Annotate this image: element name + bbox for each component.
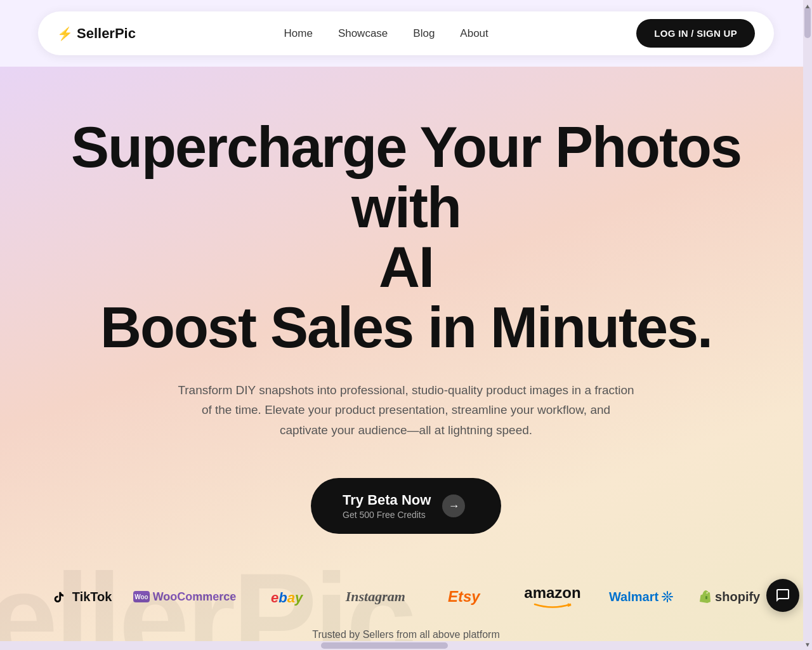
chat-button[interactable] xyxy=(766,579,799,612)
logo[interactable]: ⚡ SellerPic xyxy=(57,25,136,42)
logo-icon: ⚡ xyxy=(57,26,73,41)
logos-row: TikTok Woo WooCommerce ebay xyxy=(38,585,774,609)
tiktok-logo: TikTok xyxy=(38,590,127,604)
hero-title-line3: Boost Sales in Minutes. xyxy=(100,296,712,359)
nav-about[interactable]: About xyxy=(460,27,488,39)
hero-title-line2: AI xyxy=(379,235,433,299)
logo-text: SellerPic xyxy=(77,25,136,42)
svg-text:Woo: Woo xyxy=(134,594,148,600)
hero-title: Supercharge Your Photos with AI Boost Sa… xyxy=(57,117,755,357)
etsy-logo: Etsy xyxy=(420,588,509,606)
scroll-down-arrow[interactable]: ▼ xyxy=(803,640,812,649)
instagram-logo: Instagram xyxy=(331,588,420,605)
shopify-logo: shopify xyxy=(685,590,774,604)
svg-line-11 xyxy=(664,599,666,600)
svg-point-3 xyxy=(666,595,669,598)
login-button[interactable]: LOG IN / SIGN UP xyxy=(636,19,755,48)
bottom-scrollbar[interactable] xyxy=(0,641,803,650)
nav-links: Home Showcase Blog About xyxy=(284,27,488,40)
svg-line-8 xyxy=(664,594,666,595)
walmart-logo: Walmart xyxy=(597,590,686,604)
woocommerce-logo: Woo WooCommerce xyxy=(127,590,243,604)
ebay-logo: ebay xyxy=(242,588,331,606)
svg-line-9 xyxy=(669,599,671,600)
svg-line-10 xyxy=(669,594,671,595)
cta-text: Try Beta Now Get 500 Free Credits xyxy=(343,492,431,520)
nav-blog[interactable]: Blog xyxy=(413,27,435,39)
svg-rect-12 xyxy=(705,596,707,599)
cta-button[interactable]: Try Beta Now Get 500 Free Credits → xyxy=(311,478,501,534)
logos-section: TikTok Woo WooCommerce ebay xyxy=(38,585,774,640)
nav-home[interactable]: Home xyxy=(284,27,313,39)
right-scrollbar[interactable]: ▲ ▼ xyxy=(803,0,812,650)
hero-title-line1: Supercharge Your Photos with xyxy=(71,116,741,239)
nav-showcase[interactable]: Showcase xyxy=(338,27,388,39)
hero-section: Supercharge Your Photos with AI Boost Sa… xyxy=(0,67,812,650)
svg-marker-2 xyxy=(568,603,572,607)
bottom-scroll-thumb[interactable] xyxy=(321,642,448,649)
cta-main-text: Try Beta Now xyxy=(343,492,431,508)
cta-sub-text: Get 500 Free Credits xyxy=(343,510,431,520)
hero-subtitle: Transform DIY snapshots into professiona… xyxy=(178,380,634,440)
amazon-logo: amazon xyxy=(508,585,597,609)
navbar: ⚡ SellerPic Home Showcase Blog About LOG… xyxy=(38,11,774,55)
cta-arrow-icon: → xyxy=(442,494,465,517)
scroll-thumb[interactable] xyxy=(804,6,811,38)
scroll-up-arrow[interactable]: ▲ xyxy=(803,1,812,10)
trusted-text: Trusted by Sellers from all above platfo… xyxy=(312,629,500,640)
